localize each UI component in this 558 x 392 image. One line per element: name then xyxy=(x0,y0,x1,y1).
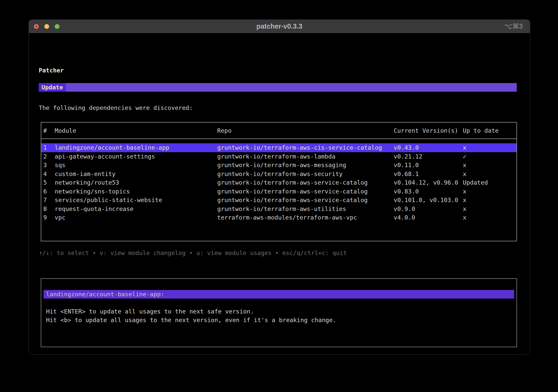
cell-version: v0.101.0, v0.103.0 xyxy=(394,196,463,204)
cell-module: networking/sns-topics xyxy=(55,187,217,196)
app-heading: Patcher xyxy=(39,66,64,75)
cell-module: services/public-static-website xyxy=(55,196,217,204)
cell-up-to-date: x xyxy=(463,161,516,169)
table-body: 1 landingzone/account-baseline-app grunt… xyxy=(41,139,516,222)
header-version: Current Version(s) xyxy=(394,126,463,135)
cell-up-to-date: ✓ xyxy=(463,152,516,161)
table-row[interactable]: 5 networking/route53 gruntwork-io/terraf… xyxy=(41,178,516,187)
cell-version: v0.68.1 xyxy=(394,170,463,178)
cell-number: 5 xyxy=(43,178,55,187)
terminal-content: Patcher Update The following dependencie… xyxy=(29,33,530,354)
table-row[interactable]: 3 sqs gruntwork-io/terraform-aws-messagi… xyxy=(41,161,516,170)
cell-version: v0.43.0 xyxy=(394,143,463,152)
cell-version: v0.104.12, v0.96.0 xyxy=(394,178,463,187)
detail-panel: landingzone/account-baseline-app: Hit <E… xyxy=(41,278,517,347)
cell-number: 6 xyxy=(43,187,55,196)
table-header: # Module Repo Current Version(s) Up to d… xyxy=(41,123,516,139)
cell-version: v0.21.12 xyxy=(394,152,463,161)
cell-repo: gruntwork-io/terraform-aws-cis-service-c… xyxy=(217,143,394,152)
cell-number: 1 xyxy=(43,143,55,152)
intro-text: The following dependencies were discover… xyxy=(39,104,193,112)
table-row[interactable]: 2 api-gateway-account-settings gruntwork… xyxy=(41,152,516,161)
help-bar: ↑/↓: to select • v: view module changelo… xyxy=(39,249,347,257)
cell-number: 9 xyxy=(43,213,55,222)
detail-hint-breaking: Hit <b> to update all usages to the next… xyxy=(46,316,336,324)
cell-up-to-date: x xyxy=(463,205,516,213)
selected-module-banner: landingzone/account-baseline-app: xyxy=(44,290,514,299)
cell-repo: gruntwork-io/terraform-aws-lambda xyxy=(217,152,394,161)
cell-repo: gruntwork-io/terraform-aws-service-catal… xyxy=(217,196,394,204)
table-row[interactable]: 7 services/public-static-website gruntwo… xyxy=(41,196,516,205)
table-row[interactable]: 4 custom-iam-entity gruntwork-io/terrafo… xyxy=(41,170,516,179)
cell-repo: gruntwork-io/terraform-aws-security xyxy=(217,170,394,178)
cell-version: v0.83.0 xyxy=(394,187,463,196)
desktop: patcher-v0.3.3 ⌥⌘3 Patcher Update The fo… xyxy=(0,0,558,392)
header-module: Module xyxy=(55,126,217,135)
cell-repo: gruntwork-io/terraform-aws-service-catal… xyxy=(217,187,394,196)
cell-number: 7 xyxy=(43,196,55,204)
table-row[interactable]: 8 request-quota-increase gruntwork-io/te… xyxy=(41,205,516,213)
cell-module: networking/route53 xyxy=(55,178,217,187)
cell-module: vpc xyxy=(55,213,217,222)
cell-module: sqs xyxy=(55,161,217,169)
cell-up-to-date: x xyxy=(463,170,516,178)
cell-version: v0.9.0 xyxy=(394,205,463,213)
table-row[interactable]: 1 landingzone/account-baseline-app grunt… xyxy=(41,143,516,152)
cell-up-to-date: x xyxy=(463,196,516,204)
cell-module: request-quota-increase xyxy=(55,205,217,213)
cell-up-to-date: x xyxy=(463,187,516,196)
window-shortcut-badge: ⌥⌘3 xyxy=(504,20,523,33)
cell-repo: terraform-aws-modules/terraform-aws-vpc xyxy=(217,213,394,222)
cell-repo: gruntwork-io/terraform-aws-service-catal… xyxy=(217,178,394,187)
titlebar[interactable]: patcher-v0.3.3 ⌥⌘3 xyxy=(29,20,530,33)
table-row[interactable]: 9 vpc terraform-aws-modules/terraform-aw… xyxy=(41,213,516,222)
cell-module: landingzone/account-baseline-app xyxy=(55,143,217,152)
window-title: patcher-v0.3.3 xyxy=(29,20,530,33)
cell-up-to-date: x xyxy=(463,213,516,222)
tab-update[interactable]: Update xyxy=(39,83,66,92)
cell-number: 2 xyxy=(43,152,55,161)
dependencies-table: # Module Repo Current Version(s) Up to d… xyxy=(41,122,517,241)
cell-number: 4 xyxy=(43,170,55,178)
terminal-window: patcher-v0.3.3 ⌥⌘3 Patcher Update The fo… xyxy=(29,19,530,355)
cell-module: custom-iam-entity xyxy=(55,170,217,178)
header-up-to-date: Up to date xyxy=(463,126,516,135)
cell-version: v0.11.0 xyxy=(394,161,463,169)
cell-up-to-date: x xyxy=(463,143,516,152)
cell-repo: gruntwork-io/terraform-aws-utilities xyxy=(217,205,394,213)
detail-hint-enter: Hit <ENTER> to update all usages to the … xyxy=(46,307,254,316)
cell-version: v4.0.0 xyxy=(394,213,463,222)
cell-up-to-date: Updated xyxy=(463,178,516,187)
cell-module: api-gateway-account-settings xyxy=(55,152,217,161)
table-row[interactable]: 6 networking/sns-topics gruntwork-io/ter… xyxy=(41,187,516,196)
tab-bar: Update xyxy=(39,83,517,92)
cell-number: 3 xyxy=(43,161,55,169)
cell-number: 8 xyxy=(43,205,55,213)
header-repo: Repo xyxy=(217,126,394,135)
header-number: # xyxy=(43,126,55,135)
cell-repo: gruntwork-io/terraform-aws-messaging xyxy=(217,161,394,169)
